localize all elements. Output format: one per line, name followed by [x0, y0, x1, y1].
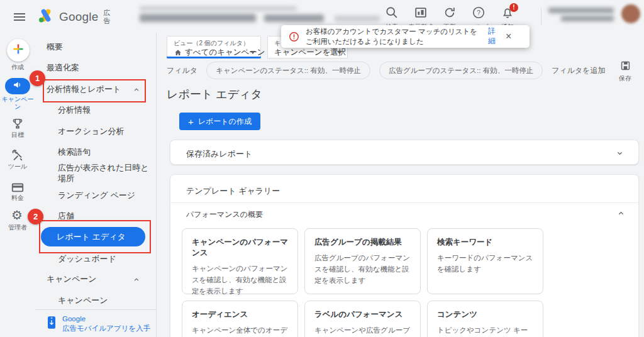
sidebar-item-auction-insights[interactable]: オークション分析: [35, 126, 156, 136]
rail-campaigns-button[interactable]: [5, 78, 30, 94]
annotation-badge-step1: 1: [30, 70, 45, 86]
performance-overview-header: パフォーマンスの概要: [186, 209, 263, 220]
topbar-divider: [541, 8, 541, 25]
create-button[interactable]: [7, 39, 30, 62]
chevron-down-icon: [615, 148, 625, 160]
create-report-button[interactable]: + レポートの作成: [179, 113, 260, 130]
google-ads-logo[interactable]: Google 広告: [38, 8, 111, 26]
filter-chip-campaign-status[interactable]: キャンペーンのステータス:: 有効、一時停止: [206, 62, 370, 79]
avatar[interactable]: [621, 4, 640, 23]
sidebar-item-when-where-ads-showed[interactable]: 広告が表示された日時と場所: [35, 162, 152, 184]
blurred-account-id: [264, 14, 324, 22]
sidebar-item-report-editor[interactable]: レポート エディタ: [41, 227, 145, 246]
campaign-selector-value: キャンペーンを選択: [274, 47, 346, 58]
sidebar-divider: [35, 309, 156, 310]
sidebar-item-overview[interactable]: 概要: [35, 42, 156, 52]
appearance-icon: [414, 6, 428, 22]
promo-line1: Google: [62, 314, 150, 324]
search-icon: [385, 6, 399, 22]
toast-close-icon[interactable]: ×: [506, 31, 511, 42]
saved-reports-header: 保存済みレポート: [186, 148, 252, 160]
blurred-account-path: [140, 6, 297, 11]
rail-tools-label[interactable]: ツール: [0, 163, 35, 170]
sidebar-item-recommendations[interactable]: 最適化案: [35, 63, 156, 73]
chevron-up-icon: [616, 209, 626, 221]
svg-text:?: ?: [477, 9, 480, 16]
view-selector-label: ビュー（2 個のフィルタ）: [174, 39, 249, 48]
phone-download-icon: [46, 314, 57, 333]
rail-campaigns-label[interactable]: キャンペーン: [0, 96, 35, 111]
caret-down-icon: [250, 51, 255, 54]
ads-logo-icon: [38, 8, 54, 26]
campaign-selector-label: キ: [274, 39, 280, 48]
notification-badge: !: [509, 3, 518, 12]
view-selector-active-underline: [167, 57, 261, 58]
menu-icon[interactable]: [14, 11, 25, 23]
template-card-adgroup-performance[interactable]: 広告グループの掲載結果 広告グループのパフォーマンスを確認し、有効な機能と設定を…: [304, 228, 421, 294]
blurred-account-extra: [335, 16, 380, 21]
logo-google-text: Google: [59, 10, 98, 24]
sidebar-item-insights[interactable]: 分析情報: [35, 105, 156, 115]
rail-admin-label[interactable]: 管理者: [0, 224, 35, 231]
saved-reports-panel[interactable]: 保存済みレポート: [170, 140, 639, 165]
chevron-up-icon: [132, 275, 141, 287]
caret-down-icon: [337, 51, 342, 54]
filter-chip-adgroup-status[interactable]: 広告グループのステータス:: 有効、一時停止: [379, 62, 543, 79]
home-icon: [174, 48, 182, 57]
blurred-user-email: [548, 8, 614, 13]
gear-icon[interactable]: ⚙: [11, 207, 23, 223]
filter-bar-label: フィルタ: [167, 65, 197, 76]
megaphone-icon: [12, 79, 23, 93]
save-view-button[interactable]: 保存: [611, 60, 639, 83]
template-card-campaign-performance[interactable]: キャンペーンのパフォーマンス キャンペーンのパフォーマンスを確認し、有効な機能と…: [182, 228, 298, 294]
toast-message: お客様のアカウントでカスタマー マッチのリストをご利用いただけるようになりました: [306, 26, 483, 47]
plus-icon: [12, 43, 25, 58]
page-title: レポート エディタ: [167, 87, 262, 102]
sidebar-item-stores[interactable]: 店舗: [35, 211, 156, 221]
rail-billing-label[interactable]: 料金: [0, 194, 35, 202]
rail-create-label[interactable]: 作成: [0, 64, 35, 71]
sidebar-item-campaigns[interactable]: キャンペーン: [35, 296, 156, 306]
sidebar-item-landing-pages[interactable]: ランディング ページ: [35, 191, 156, 201]
template-gallery-panel: テンプレート ギャラリー パフォーマンスの概要 キャンペーンのパフォーマンス キ…: [170, 174, 639, 337]
blurred-account-name: [140, 14, 256, 22]
template-gallery-header: テンプレート ギャラリー: [186, 185, 280, 197]
floppy-disk-icon: [619, 63, 631, 74]
sidebar-item-dashboards[interactable]: ダッシュボード: [35, 254, 156, 264]
filter-bar: フィルタ キャンペーンのステータス:: 有効、一時停止 広告グループのステータス…: [167, 62, 606, 79]
toast-details-link[interactable]: 詳細: [488, 26, 497, 46]
create-report-label: レポートの作成: [198, 116, 252, 127]
rail-goals-label[interactable]: 目標: [0, 131, 35, 139]
mobile-app-promo-link[interactable]: Google 広告モバイルアプリを入手: [46, 314, 150, 333]
chevron-up-icon: [132, 86, 141, 97]
content-divider: [156, 33, 157, 337]
logo-product-text: 広告: [103, 9, 111, 25]
template-card-audiences[interactable]: オーディエンス キャンペーン全体でのオーディエンスターゲティングのパフォーマンス…: [182, 301, 298, 337]
add-filter-button[interactable]: フィルタを追加: [552, 65, 605, 76]
template-card-content[interactable]: コンテンツ トピックやコンテンツ キーワードなどのコンテンツ ターゲティング方法: [427, 301, 543, 337]
template-card-label-performance[interactable]: ラベルのパフォーマンス キャンペーンや広告グループなどに適用されたラベルを確認す…: [304, 301, 421, 337]
annotation-badge-step2: 2: [28, 209, 43, 224]
blurred-user-id: [561, 16, 614, 21]
alert-icon: [289, 31, 299, 42]
google-ads-app: Google 広告 検索 表示形式: [0, 0, 644, 337]
template-card-search-keywords[interactable]: 検索キーワード キーワードのパフォーマンスを確認します: [427, 228, 543, 294]
promo-line2: 広告モバイルアプリを入手: [62, 324, 150, 333]
refresh-icon: [443, 6, 457, 22]
customer-match-toast: お客様のアカウントでカスタマー マッチのリストをご利用いただけるようになりました…: [281, 25, 530, 48]
view-selector[interactable]: ビュー（2 個のフィルタ） すべてのキャンペーン: [167, 36, 261, 58]
plus-icon: +: [188, 117, 194, 126]
performance-overview-section-toggle[interactable]: パフォーマンスの概要: [170, 203, 640, 222]
help-icon: ?: [472, 6, 486, 22]
save-view-label: 保存: [611, 74, 639, 83]
sidebar-item-search-terms[interactable]: 検索語句: [35, 147, 156, 157]
